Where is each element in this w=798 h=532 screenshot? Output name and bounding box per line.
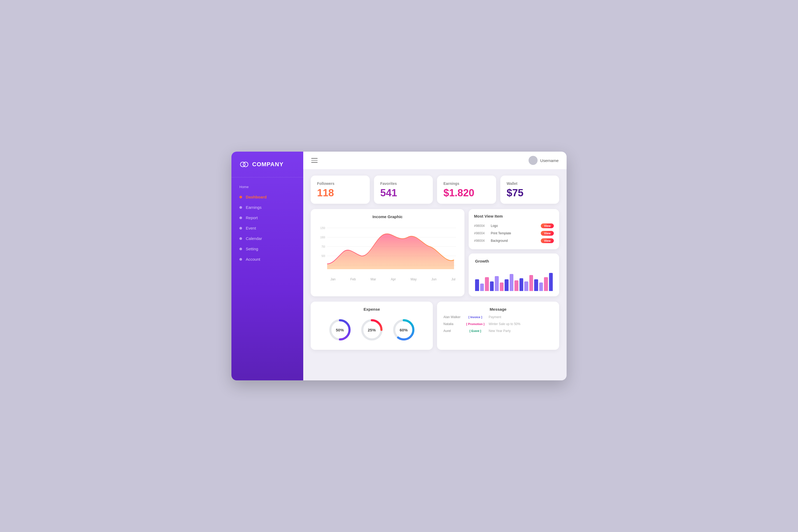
growth-bar [480,284,484,291]
nav-dot-account [240,258,242,261]
sidebar-item-dashboard[interactable]: Dashboard [231,192,303,202]
item-id-1: #98004 [474,231,489,235]
view-button-2[interactable]: View [541,238,554,243]
chart-label-apr: Apr [391,278,396,281]
growth-title: Growth [475,259,553,263]
sidebar-item-earnings[interactable]: Earnings [231,203,303,212]
growth-bar [544,277,548,291]
growth-bar [510,274,514,291]
sidebar-item-label-dashboard: Dashboard [246,195,267,199]
chart-label-feb: Feb [350,278,356,281]
sidebar-item-setting[interactable]: Setting [231,244,303,254]
svg-point-0 [241,162,245,167]
item-name-1: Print Template [489,231,541,235]
nav-dot-event [240,227,242,230]
income-chart-area: 1250 1000 750 500 [317,223,458,276]
expense-percent-0: 50% [336,328,344,332]
msg-tag-0: [ Invoice ] [465,316,486,319]
sidebar-item-calendar[interactable]: Calendar [231,233,303,243]
sidebar-item-account[interactable]: Account [231,254,303,264]
growth-bar [539,283,543,291]
msg-desc-1: Winter Sale up to 50% [489,322,520,326]
app-container: COMPANY Home Dashboard Earnings Report E… [231,152,567,380]
nav-section-label: Home [231,184,303,191]
sidebar-item-label-event: Event [246,226,256,230]
right-panel: Most View Item #98004 Logo View #98004 P… [469,209,559,296]
income-chart-svg: 1250 1000 750 500 [317,223,458,276]
item-name-2: Background [489,239,541,243]
username-label: Username [540,158,558,163]
growth-bar [529,275,533,291]
stat-card-favorites: Favorites 541 [374,175,433,204]
stat-card-followers: Followers 118 [311,175,370,204]
stat-label-earnings: Earnings [443,182,490,186]
msg-person-1: Natalia [443,322,462,326]
sidebar-item-label-earnings: Earnings [246,205,262,210]
svg-text:1000: 1000 [320,236,325,239]
view-button-1[interactable]: View [541,231,554,236]
stat-value-wallet: $75 [507,188,553,198]
msg-desc-2: New Year Party [489,329,511,333]
sidebar-item-report[interactable]: Report [231,213,303,223]
sidebar-item-label-calendar: Calendar [246,236,262,241]
nav-dot-dashboard [240,196,242,198]
svg-point-1 [243,162,248,167]
bottom-row: Expense [311,302,559,350]
growth-card: Growth [469,253,559,296]
message-title: Message [443,307,553,311]
nav-dot-calendar [240,237,242,240]
sidebar-item-event[interactable]: Event [231,223,303,233]
item-name-0: Logo [489,224,541,228]
sidebar-item-label-account: Account [246,257,260,262]
msg-tag-1: [ Promotion ] [465,322,486,326]
growth-bar [534,279,538,291]
income-chart-card: Income Graphic [311,209,464,296]
growth-bar [495,276,499,291]
msg-person-2: Aurel [443,329,462,333]
main-content: Username Followers 118 Favorites 541 Ear… [303,152,567,380]
chart-label-jun: Jun [432,278,437,281]
user-info: Username [529,156,558,165]
expense-percent-2: 60% [400,328,407,332]
expense-circle-1: 25% [360,318,384,342]
most-view-title: Most View Item [474,214,554,218]
menu-toggle[interactable] [311,158,318,163]
message-row-1: Natalia [ Promotion ] Winter Sale up to … [443,322,553,326]
svg-text:750: 750 [321,245,325,248]
income-chart-title: Income Graphic [317,214,458,219]
growth-bar [549,273,553,291]
chart-label-may: May [411,278,417,281]
stat-label-wallet: Wallet [507,182,553,186]
expense-title: Expense [317,307,426,311]
view-button-0[interactable]: View [541,224,554,228]
growth-bar [500,283,504,291]
expense-circle-0: 50% [328,318,352,342]
chart-label-jul: Jul [451,278,455,281]
most-view-row-2: #98004 Background View [474,237,554,244]
sidebar-item-label-setting: Setting [246,247,258,251]
item-id-0: #98004 [474,224,489,228]
company-name: COMPANY [252,161,284,168]
chart-label-jan: Jan [330,278,336,281]
stat-label-followers: Followers [317,182,363,186]
svg-text:1250: 1250 [320,226,325,230]
sidebar-item-label-report: Report [246,215,258,220]
growth-bar [490,281,494,291]
message-row-0: Alan Walker [ Invoice ] Payment [443,315,553,319]
expense-card: Expense [311,302,433,350]
most-view-list: #98004 Logo View #98004 Print Template V… [474,222,554,244]
nav-dot-report [240,216,242,219]
most-view-row-0: #98004 Logo View [474,222,554,230]
message-row-2: Aurel [ Event ] New Year Party [443,329,553,333]
sidebar-nav: Home Dashboard Earnings Report Event Cal… [231,177,303,373]
svg-text:500: 500 [321,254,325,258]
company-logo-icon [240,159,249,169]
avatar [529,156,537,165]
message-list: Alan Walker [ Invoice ] Payment Natalia … [443,315,553,333]
stat-value-favorites: 541 [380,188,427,198]
sidebar: COMPANY Home Dashboard Earnings Report E… [231,152,303,380]
growth-bar [519,278,524,291]
nav-dot-earnings [240,206,242,209]
most-view-row-1: #98004 Print Template View [474,230,554,237]
stat-cards-row: Followers 118 Favorites 541 Earnings $1.… [311,175,559,204]
